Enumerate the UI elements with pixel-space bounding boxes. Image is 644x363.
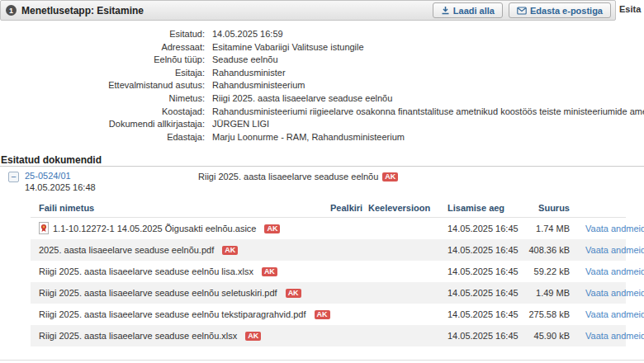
file-row: Riigi 2025. aasta lisaeelarve seaduse ee…	[31, 304, 626, 325]
envelope-icon	[517, 7, 527, 15]
document-title-text: Riigi 2025. aasta lisaeelarve seaduse ee…	[198, 172, 378, 182]
meta-value: Rahandusministeerium	[205, 79, 305, 92]
document-group-date: 14.05.2025 16:48	[25, 182, 104, 193]
view-data-link[interactable]: Vaata andmeid	[585, 266, 644, 276]
document-group-row: − 25-0524/01 14.05.2025 16:48 Riigi 2025…	[8, 171, 398, 193]
file-size: 45.90 kB	[527, 331, 580, 341]
document-group-title: Riigi 2025. aasta lisaeelarve seaduse ee…	[198, 172, 398, 182]
signature-file-icon	[39, 222, 49, 236]
meta-row-adressaat: Adressaat: Esitamine Vabariigi Valitsuse…	[0, 41, 644, 54]
header-actions: Laadi alla Edasta e-postiga	[433, 2, 611, 18]
email-button-label: Edasta e-postiga	[530, 6, 603, 16]
meta-label: Koostajad:	[0, 106, 205, 119]
meta-label: Ettevalmistanud asutus:	[0, 79, 205, 92]
meta-label: Adressaat:	[0, 41, 205, 54]
meta-row-esitaja: Esitaja: Rahandusminister	[0, 67, 644, 80]
meta-value: Marju Loonurme - RAM, Rahandusministeeri…	[205, 131, 405, 144]
file-name: Riigi 2025. aasta lisaeelarve seaduse ee…	[39, 266, 253, 276]
file-added: 14.05.2025 16:45	[439, 245, 527, 255]
meta-label: Dokumendi allkirjastaja:	[0, 118, 205, 131]
file-name: 1.1-10.12272-1 14.05.2025 Õigusakti eeln…	[53, 224, 256, 233]
column-header-faili-nimetus: Faili nimetus	[31, 203, 330, 213]
column-header-suurus: Suurus	[527, 203, 580, 213]
meta-value: JÜRGEN LIGI	[205, 118, 269, 131]
meta-row-esitatud: Esitatud: 14.05.2025 16:59	[0, 28, 644, 41]
file-size: 408.36 kB	[527, 245, 580, 255]
column-header-pealkiri: Pealkiri	[330, 203, 368, 213]
file-added: 14.05.2025 16:45	[439, 309, 527, 319]
meta-row-nimetus: Nimetus: Riigi 2025. aasta lisaeelarve s…	[0, 92, 644, 106]
file-name: Riigi 2025. aasta lisaeelarve seaduse ee…	[39, 309, 306, 319]
meta-row-asutus: Ettevalmistanud asutus: Rahandusministee…	[0, 79, 644, 92]
file-name: Riigi 2025. aasta lisaeelarve seaduse ee…	[39, 331, 237, 341]
file-added: 14.05.2025 16:45	[439, 224, 527, 233]
page: 1 Menetlusetapp: Esitamine Laadi alla	[0, 0, 644, 363]
view-data-link[interactable]: Vaata andmeid	[585, 288, 644, 298]
page-title: Menetlusetapp: Esitamine	[21, 5, 433, 16]
view-data-link[interactable]: Vaata andmeid	[585, 224, 644, 233]
section-title: Esitatud dokumendid	[1, 154, 102, 166]
download-button[interactable]: Laadi alla	[433, 2, 503, 18]
files-table: Faili nimetus Pealkiri Keeleversioon Lis…	[31, 198, 626, 346]
ak-badge: AK	[382, 172, 398, 182]
meta-row-koostajad: Koostajad: Rahandusministeeriumi riigiee…	[0, 106, 644, 119]
meta-label: Esitaja:	[0, 67, 205, 80]
file-size: 1.49 MB	[527, 288, 580, 298]
file-added: 14.05.2025 16:45	[439, 266, 527, 276]
column-header-keeleversioon: Keeleversioon	[368, 203, 439, 213]
ak-badge: AK	[264, 224, 280, 233]
stage-number-icon: 1	[6, 5, 17, 16]
ak-badge: AK	[245, 332, 261, 341]
meta-label: Edastaja:	[0, 131, 205, 144]
file-row: 2025. aasta lisaeelarve seaduse eelnõu.p…	[31, 239, 626, 261]
download-button-label: Laadi alla	[453, 6, 495, 16]
header-strip: 1 Menetlusetapp: Esitamine Laadi alla	[0, 0, 644, 21]
metadata-block: Esitatud: 14.05.2025 16:59 Adressaat: Es…	[0, 28, 644, 144]
file-row: Riigi 2025. aasta lisaeelarve seaduse ee…	[31, 261, 626, 282]
ak-badge: AK	[315, 310, 330, 319]
file-name: 2025. aasta lisaeelarve seaduse eelnõu.p…	[39, 245, 214, 255]
meta-value: Rahandusministeeriumi riigieelarve osako…	[205, 106, 644, 119]
section-divider	[0, 166, 644, 167]
meta-label: Eelnõu tüüp:	[0, 54, 205, 67]
files-table-header: Faili nimetus Pealkiri Keeleversioon Lis…	[31, 198, 626, 218]
file-name: Riigi 2025. aasta lisaeelarve seaduse ee…	[39, 288, 277, 298]
download-icon	[441, 6, 450, 15]
meta-value: 14.05.2025 16:59	[205, 28, 283, 41]
file-added: 14.05.2025 16:45	[439, 331, 527, 341]
ak-badge: AK	[262, 267, 277, 276]
file-row: Riigi 2025. aasta lisaeelarve seaduse ee…	[31, 282, 626, 304]
meta-row-eelnou-tuup: Eelnõu tüüp: Seaduse eelnõu	[0, 54, 644, 67]
document-group-id: 25-0524/01 14.05.2025 16:48	[25, 171, 104, 193]
ak-badge: AK	[222, 246, 238, 255]
file-size: 275.58 kB	[527, 309, 580, 319]
file-row: Riigi 2025. aasta lisaeelarve seaduse ee…	[31, 325, 626, 346]
header-bar: 1 Menetlusetapp: Esitamine Laadi alla	[0, 0, 616, 21]
file-size: 1.74 MB	[527, 224, 580, 233]
meta-value: Rahandusminister	[205, 67, 286, 80]
file-added: 14.05.2025 16:45	[439, 288, 527, 298]
meta-row-edastaja: Edastaja: Marju Loonurme - RAM, Rahandus…	[0, 131, 644, 144]
column-header-lisamise-aeg: Lisamise aeg	[439, 203, 527, 213]
ak-badge: AK	[286, 289, 301, 298]
view-data-link[interactable]: Vaata andmeid	[585, 331, 644, 341]
view-data-link[interactable]: Vaata andmeid	[585, 309, 644, 319]
meta-value: Riigi 2025. aasta lisaeelarve seaduse ee…	[205, 92, 392, 106]
meta-row-allkirjastaja: Dokumendi allkirjastaja: JÜRGEN LIGI	[0, 118, 644, 131]
email-button[interactable]: Edasta e-postiga	[509, 2, 611, 18]
clipped-right-text: Esita	[619, 4, 644, 14]
view-data-link[interactable]: Vaata andmeid	[585, 245, 644, 255]
document-number-link[interactable]: 25-0524/01	[25, 171, 104, 182]
meta-label: Nimetus:	[0, 92, 205, 106]
file-size: 59.22 kB	[527, 266, 580, 276]
file-row: 1.1-10.12272-1 14.05.2025 Õigusakti eeln…	[31, 218, 626, 239]
meta-value: Seaduse eelnõu	[205, 54, 278, 67]
collapse-toggle-icon[interactable]: −	[8, 172, 19, 182]
meta-label: Esitatud:	[0, 28, 205, 41]
panel-bottom-border	[0, 360, 644, 361]
meta-value: Esitamine Vabariigi Valitsuse istungile	[205, 41, 364, 54]
